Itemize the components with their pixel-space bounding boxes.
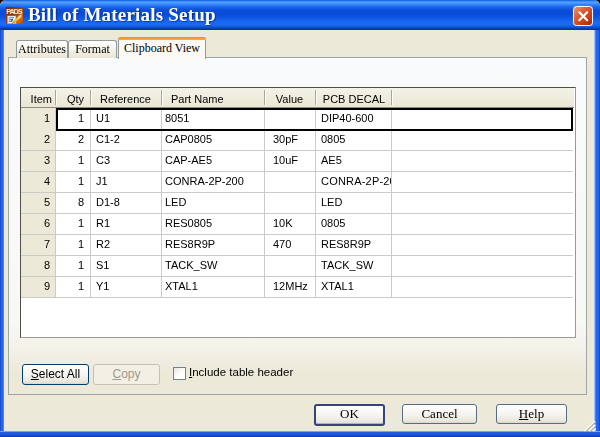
svg-text:PADS: PADS xyxy=(6,7,22,16)
